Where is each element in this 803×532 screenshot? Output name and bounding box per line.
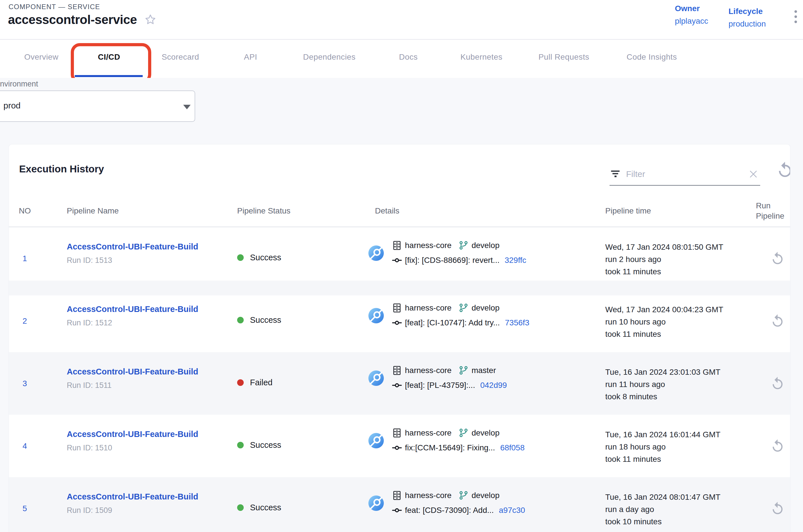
detail-lines: harness-core develop [392,303,529,328]
repository-icon [392,490,402,500]
git-branch-icon [458,240,469,251]
git-branch-icon [458,490,469,500]
pipeline-name-link[interactable]: AccessControl-UBI-Feature-Build [67,492,198,501]
status-text: Success [250,253,281,262]
status-text: Success [250,440,281,450]
tab-kubernetes[interactable]: Kubernetes [460,53,502,62]
tab-overview[interactable]: Overview [24,53,58,62]
clear-filter-icon[interactable] [748,169,759,179]
tab-dependencies[interactable]: Dependencies [303,53,356,62]
run-pipeline-button[interactable] [770,251,785,266]
row-number: 2 [22,317,27,326]
environment-selected-value: prod [3,101,21,111]
run-pipeline-button[interactable] [770,439,785,454]
environment-select[interactable]: prod [0,91,195,122]
time-gmt: Tue, 16 Jan 2024 16:01:44 GMT [605,429,721,441]
run-pipeline-button[interactable] [770,376,785,391]
details-cell: harness-core develop [368,490,525,515]
tab-scorecard[interactable]: Scorecard [161,53,199,62]
owner-link[interactable]: plplayacc [675,17,708,26]
pipeline-status-cell: Failed [237,378,272,387]
commit-hash-link[interactable]: 042d99 [480,381,507,390]
duration: took 8 minutes [605,391,721,403]
run-id: Run ID: 1511 [67,381,198,390]
execution-history-card: Execution History NO P [8,144,790,532]
row-number: 5 [22,504,27,513]
time-gmt: Tue, 16 Jan 2024 08:01:47 GMT [605,491,721,503]
detail-lines: harness-core master [392,365,507,391]
table-row: 3 AccessControl-UBI-Feature-Build Run ID… [9,352,790,415]
tab-pull-requests[interactable]: Pull Requests [538,53,589,62]
more-options-kebab-icon[interactable] [790,8,801,32]
owner-meta: Owner plplayacc [675,4,708,43]
entity-kind-label: COMPONENT — SERVICE [8,3,100,11]
time-ago: run 11 hours ago [605,378,721,391]
commit-hash-link[interactable]: 68f058 [500,443,525,452]
commit-hash-link[interactable]: a97c30 [499,506,525,515]
table-header-row: NO Pipeline Name Pipeline Status Details… [9,197,790,227]
pipeline-name-link[interactable]: AccessControl-UBI-Feature-Build [67,367,198,377]
status-dot [237,254,244,261]
pipeline-source-icon [368,370,384,386]
pipeline-source-icon [368,432,384,449]
table-row: 4 AccessControl-UBI-Feature-Build Run ID… [9,415,790,477]
pipeline-status-cell: Success [237,316,281,325]
run-id: Run ID: 1510 [67,443,198,452]
page-title: accesscontrol-service [8,13,137,27]
run-id: Run ID: 1513 [67,256,198,265]
time-ago: run 18 hours ago [605,441,721,453]
pipeline-name-link[interactable]: AccessControl-UBI-Feature-Build [67,242,198,251]
detail-lines: harness-core develop [392,240,526,265]
repo-name: harness-core [405,241,452,250]
tab-ci-cd[interactable]: CI/CD [98,53,120,62]
status-dot [237,504,244,511]
branch-name: develop [472,429,499,438]
pipeline-name-cell: AccessControl-UBI-Feature-Build Run ID: … [67,305,198,327]
repository-icon [392,303,402,313]
status-dot [237,379,244,386]
commit-hash-link[interactable]: 329ffc [504,256,526,265]
branch-name: master [472,366,496,375]
refresh-icon[interactable] [776,161,790,179]
repo-name: harness-core [405,491,452,500]
pipeline-name-cell: AccessControl-UBI-Feature-Build Run ID: … [67,242,198,265]
pipeline-time-cell: Wed, 17 Jan 2024 08:01:50 GMT run 2 hour… [605,241,723,278]
repository-icon [392,365,402,376]
row-number: 4 [22,441,27,451]
column-header-pipeline-time: Pipeline time [605,206,651,215]
commit-message: fix:[CCM-15649]: Fixing... [405,443,495,452]
environment-section: Environment prod [0,78,803,144]
duration: took 11 minutes [605,453,721,465]
git-branch-icon [458,428,469,438]
column-header-details: Details [375,206,400,215]
commit-message: [feat]: [CI-10747]: Add try... [405,318,500,327]
filter-input[interactable] [626,169,743,179]
commit-icon [392,380,402,391]
run-pipeline-button[interactable] [770,501,785,516]
filter-icon [611,169,620,179]
pipeline-name-link[interactable]: AccessControl-UBI-Feature-Build [67,305,198,314]
pipeline-name-link[interactable]: AccessControl-UBI-Feature-Build [67,430,198,439]
column-header-no: NO [19,206,31,215]
repo-name: harness-core [405,366,452,375]
page: COMPONENT — SERVICE accesscontrol-servic… [0,0,803,532]
table-row: 1 AccessControl-UBI-Feature-Build Run ID… [9,227,790,290]
favorite-star-icon[interactable] [144,13,157,26]
column-header-pipeline-name: Pipeline Name [67,206,119,215]
repo-name: harness-core [405,303,452,312]
tab-api[interactable]: API [244,53,257,62]
tab-code-insights[interactable]: Code Insights [627,53,677,62]
filter-field [610,163,760,186]
run-pipeline-button[interactable] [770,314,785,328]
annotation-highlight-box [71,43,151,83]
duration: took 11 minutes [605,328,723,340]
row-number: 1 [22,254,27,263]
pipeline-time-cell: Tue, 16 Jan 2024 08:01:47 GMT run a day … [605,491,721,528]
repo-name: harness-core [405,429,452,438]
detail-lines: harness-core develop [392,428,525,453]
time-ago: run 10 hours ago [605,316,723,328]
status-dot [237,317,244,323]
tab-docs[interactable]: Docs [399,53,418,62]
commit-icon [392,443,402,453]
commit-hash-link[interactable]: 7356f3 [505,318,530,327]
